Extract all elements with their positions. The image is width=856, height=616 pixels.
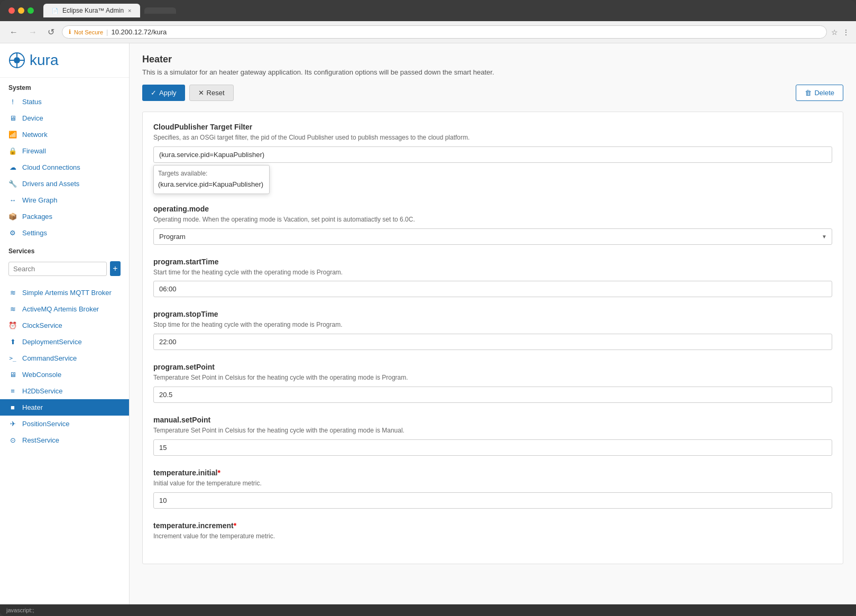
wire-graph-icon: ↔ [8,196,17,204]
sidebar-item-h2dbservice-label: H2DbService [22,387,63,395]
sidebar-item-positionservice-label: PositionService [22,420,70,428]
browser-frame: 📄 Eclipse Kura™ Admin × ← → ↺ ℹ Not Secu… [0,0,856,616]
sidebar-item-status[interactable]: ! Status [0,94,129,110]
stop-time-input[interactable] [153,334,832,350]
page-title: Heater [142,54,843,65]
start-time-input[interactable] [153,281,832,297]
traffic-light-green[interactable] [27,7,34,14]
action-bar: ✓ Apply ✕ Reset 🗑 Delete [142,85,843,101]
apply-button[interactable]: ✓ Apply [142,85,185,101]
app-container: kura System ! Status 🖥 Device 📶 Network … [0,43,856,604]
sidebar-item-heater[interactable]: ■ Heater [0,399,129,416]
apply-label: Apply [159,89,177,97]
svg-point-1 [14,57,20,63]
sidebar-item-drivers-label: Drivers and Assets [22,180,79,188]
services-search-row: + [8,261,121,276]
page-description: This is a simulator for an heater gatewa… [142,68,843,76]
cloud-publisher-input[interactable] [153,146,832,163]
simple-artemis-icon: ≋ [8,289,17,297]
sidebar-item-drivers-and-assets[interactable]: 🔧 Drivers and Assets [0,176,129,192]
targets-dropdown-title: Targets available: [158,170,265,177]
stop-time-label: program.stopTime [153,310,832,318]
browser-tab-title: Eclipse Kura™ Admin [62,7,124,14]
apply-check-icon: ✓ [151,89,157,97]
sidebar-item-simple-artemis[interactable]: ≋ Simple Artemis MQTT Broker [0,284,129,301]
manual-set-point-input[interactable] [153,439,832,456]
browser-tab-active[interactable]: 📄 Eclipse Kura™ Admin × [43,4,140,17]
sidebar-item-packages[interactable]: 📦 Packages [0,208,129,225]
reset-button[interactable]: ✕ Reset [189,85,234,101]
refresh-button[interactable]: ↺ [44,26,58,38]
operating-mode-field-group: operating.mode Operating mode. When the … [153,205,832,245]
temperature-initial-description: Initial value for the temperature metric… [153,479,832,488]
traffic-light-yellow[interactable] [18,7,24,14]
temperature-initial-required: * [217,468,220,477]
sidebar-item-network[interactable]: 📶 Network [0,126,129,143]
sidebar-item-firewall-label: Firewall [22,147,46,155]
cloud-publisher-field-group: CloudPublisher Target Filter Specifies, … [153,123,832,173]
operating-mode-select[interactable]: Program Manual Vacation [153,228,832,245]
tab-favicon-icon: 📄 [52,8,58,14]
sidebar-item-restservice[interactable]: ⊙ RestService [0,432,129,448]
kura-logo-icon [8,52,25,69]
operating-mode-select-wrapper: Program Manual Vacation [153,228,832,245]
start-time-description: Start time for the heating cycle with th… [153,268,832,277]
sidebar-item-device[interactable]: 🖥 Device [0,110,129,126]
logo-text: kura [30,52,58,69]
bookmark-icon[interactable]: ☆ [831,28,838,36]
forward-button[interactable]: → [25,26,40,38]
delete-button[interactable]: 🗑 Delete [796,85,843,101]
sidebar-item-h2dbservice[interactable]: ≡ H2DbService [0,383,129,399]
back-button[interactable]: ← [6,26,21,38]
position-icon: ✈ [8,420,17,428]
security-icon: ℹ [69,29,71,35]
sidebar-item-settings[interactable]: ⚙ Settings [0,225,129,241]
reset-label: Reset [207,89,225,97]
not-secure-label: Not Secure [74,29,103,35]
sidebar-item-status-label: Status [22,98,42,106]
set-point-label: program.setPoint [153,363,832,371]
sidebar-item-deploymentservice[interactable]: ⬆ DeploymentService [0,334,129,350]
targets-dropdown: Targets available: (kura.service.pid=Kap… [153,165,270,194]
address-text: 10.200.12.72/kura [111,28,167,36]
temperature-increment-description: Increment value for the temperature metr… [153,532,832,541]
manual-set-point-label: manual.setPoint [153,416,832,424]
add-service-button[interactable]: + [110,261,121,276]
settings-icon: ⚙ [8,229,17,237]
cloud-publisher-description: Specifies, as an OSGi target filter, the… [153,133,832,142]
temperature-initial-input[interactable] [153,492,832,509]
traffic-light-red[interactable] [8,7,15,14]
address-bar[interactable]: ℹ Not Secure | 10.200.12.72/kura [62,25,827,39]
services-section: + [0,257,129,284]
network-icon: 📶 [8,131,17,139]
sidebar-item-cloud-label: Cloud Connections [22,163,80,171]
targets-dropdown-item[interactable]: (kura.service.pid=KapuaPublisher) [158,179,265,189]
sidebar-item-cloud-connections[interactable]: ☁ Cloud Connections [0,159,129,176]
browser-tab-inactive[interactable] [144,7,176,14]
command-icon: >_ [8,355,17,362]
start-time-field-group: program.startTime Start time for the hea… [153,258,832,298]
status-icon: ! [8,98,17,106]
set-point-input[interactable] [153,387,832,403]
sidebar-item-wire-graph[interactable]: ↔ Wire Graph [0,192,129,208]
temperature-initial-label-text: temperature.initial [153,468,217,477]
set-point-description: Temperature Set Point in Celsius for the… [153,373,832,382]
sidebar-item-deploymentservice-label: DeploymentService [22,338,82,346]
sidebar-item-firewall[interactable]: 🔒 Firewall [0,143,129,159]
set-point-field-group: program.setPoint Temperature Set Point i… [153,363,832,403]
system-section-title: System [0,78,129,94]
sidebar-item-commandservice[interactable]: >_ CommandService [0,350,129,366]
tab-close-button[interactable]: × [128,7,131,14]
menu-icon[interactable]: ⋮ [842,28,850,36]
manual-set-point-field-group: manual.setPoint Temperature Set Point in… [153,416,832,456]
browser-titlebar: 📄 Eclipse Kura™ Admin × [0,0,856,21]
reset-x-icon: ✕ [198,89,204,97]
sidebar-item-activemq[interactable]: ≋ ActiveMQ Artemis Broker [0,301,129,317]
sidebar-item-simple-artemis-label: Simple Artemis MQTT Broker [22,289,112,297]
search-input[interactable] [8,262,107,276]
sidebar-item-clockservice[interactable]: ⏰ ClockService [0,317,129,334]
temperature-initial-field-group: temperature.initial* Initial value for t… [153,468,832,509]
sidebar-item-positionservice[interactable]: ✈ PositionService [0,416,129,432]
traffic-lights [8,7,34,14]
sidebar-item-webconsole[interactable]: 🖥 WebConsole [0,366,129,383]
